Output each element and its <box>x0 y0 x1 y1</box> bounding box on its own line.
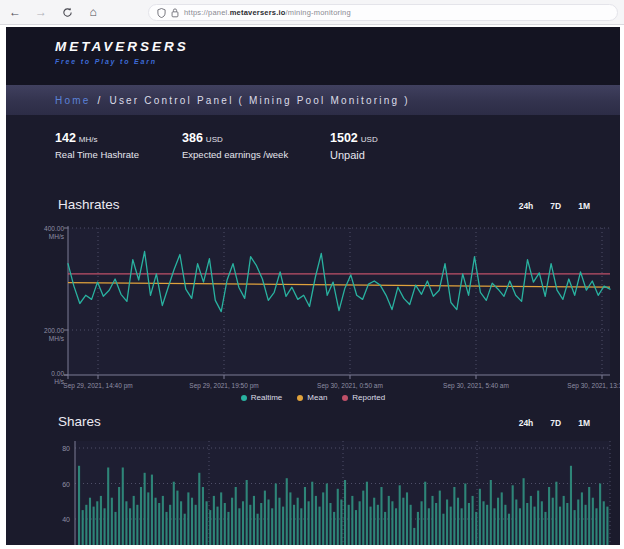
legend-label: Mean <box>307 393 327 402</box>
url-text: https://panel.metaversers.io/mining-moni… <box>184 8 351 17</box>
hashrates-legend: Realtime Mean Reported <box>6 393 620 402</box>
svg-text:MH/s: MH/s <box>49 233 65 240</box>
shares-range-24h-button[interactable]: 24h <box>519 418 534 428</box>
svg-text:0.00: 0.00 <box>51 370 64 377</box>
stat-value: 142 <box>55 131 76 145</box>
realtime-dot-icon <box>241 395 247 401</box>
breadcrumb-separator: / <box>97 95 102 106</box>
svg-text:60: 60 <box>62 481 70 488</box>
page-background: METAVERSERS Free to Play to Earn Home / … <box>6 27 620 545</box>
browser-back-button[interactable]: ← <box>4 2 26 22</box>
hashrates-range-buttons: 24h 7D 1M <box>519 201 590 211</box>
hashrates-chart: 400.00MH/s200.00MH/s0.00H/sSep 29, 2021,… <box>6 222 620 392</box>
browser-home-button[interactable]: ⌂ <box>82 2 104 22</box>
logo-wordmark: METAVERSERS <box>55 39 189 54</box>
browser-forward-button[interactable]: → <box>30 2 52 22</box>
svg-text:Sep 29, 2021, 19:50 pm: Sep 29, 2021, 19:50 pm <box>189 382 258 390</box>
svg-text:Sep 30, 2021, 13:10 pm: Sep 30, 2021, 13:10 pm <box>567 382 620 390</box>
stat-value: 1502 <box>330 131 358 145</box>
legend-item-mean: Mean <box>297 393 327 402</box>
url-path: /mining-monitoring <box>286 8 351 17</box>
stat-label: Real Time Hashrate <box>55 149 139 160</box>
shares-section-title: Shares <box>58 414 101 429</box>
breadcrumb-current-page: User Control Panel ( Mining Pool Monitor… <box>109 95 409 106</box>
hashrates-range-7d-button[interactable]: 7D <box>550 201 561 211</box>
reload-icon <box>62 7 73 18</box>
hashrates-range-24h-button[interactable]: 24h <box>519 201 534 211</box>
stat-expected-earnings: 386 USD Expected earnings /week <box>182 131 288 160</box>
svg-text:Sep 29, 2021, 14:40 pm: Sep 29, 2021, 14:40 pm <box>63 382 132 390</box>
url-domain: metaversers.io <box>230 8 286 17</box>
url-prefix: https://panel. <box>184 8 230 17</box>
svg-text:80: 80 <box>62 445 70 452</box>
legend-item-reported: Reported <box>342 393 385 402</box>
shares-range-buttons: 24h 7D 1M <box>519 418 590 428</box>
svg-text:Sep 30, 2021, 0:50 am: Sep 30, 2021, 0:50 am <box>317 382 383 390</box>
shares-chart: 806040 <box>6 439 620 545</box>
shield-icon <box>157 8 166 18</box>
site-logo[interactable]: METAVERSERS Free to Play to Earn <box>55 39 189 65</box>
breadcrumb-home-link[interactable]: Home <box>55 95 90 106</box>
stat-unit: USD <box>361 135 378 144</box>
browser-reload-button[interactable] <box>56 2 78 22</box>
hashrates-range-1m-button[interactable]: 1M <box>578 201 590 211</box>
svg-text:400.00: 400.00 <box>44 225 64 232</box>
stat-label: Unpaid <box>330 149 378 161</box>
shares-range-1m-button[interactable]: 1M <box>578 418 590 428</box>
breadcrumb: Home / User Control Panel ( Mining Pool … <box>6 85 620 115</box>
stat-unit: USD <box>206 135 223 144</box>
logo-tagline: Free to Play to Earn <box>55 58 189 65</box>
site-header: METAVERSERS Free to Play to Earn <box>6 27 620 85</box>
stat-value: 386 <box>182 131 203 145</box>
svg-text:200.00: 200.00 <box>44 327 64 334</box>
legend-label: Realtime <box>251 393 283 402</box>
url-bar[interactable]: https://panel.metaversers.io/mining-moni… <box>148 4 618 21</box>
lock-icon <box>171 8 179 18</box>
stat-label: Expected earnings /week <box>182 149 288 160</box>
svg-text:MH/s: MH/s <box>49 335 65 342</box>
svg-text:Sep 30, 2021, 5:40 am: Sep 30, 2021, 5:40 am <box>443 382 509 390</box>
stat-realtime-hashrate: 142 MH/s Real Time Hashrate <box>55 131 139 160</box>
stat-unit: MH/s <box>79 135 98 144</box>
stat-unpaid: 1502 USD Unpaid <box>330 131 378 161</box>
legend-item-realtime: Realtime <box>241 393 283 402</box>
legend-label: Reported <box>352 393 385 402</box>
mean-dot-icon <box>297 395 303 401</box>
shares-range-7d-button[interactable]: 7D <box>550 418 561 428</box>
svg-text:40: 40 <box>62 516 70 523</box>
hashrates-section-title: Hashrates <box>58 197 120 212</box>
reported-dot-icon <box>342 395 348 401</box>
browser-toolbar: ← → ⌂ https://panel.metaversers.io/minin… <box>0 0 624 25</box>
